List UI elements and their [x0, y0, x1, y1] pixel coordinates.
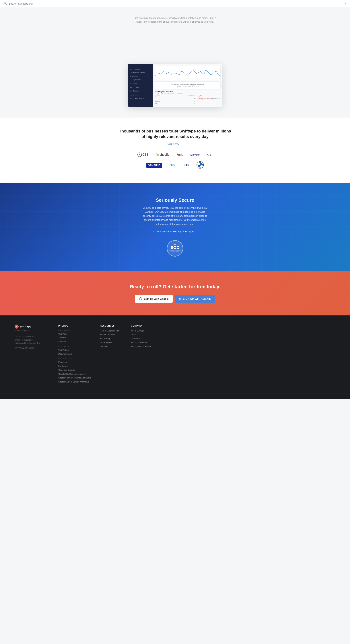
weights-icon: ≡: [130, 75, 131, 77]
cbs-circle: 👁: [138, 152, 142, 157]
logo-cbs: 👁 CBS: [138, 152, 148, 157]
footer-product-section3: SOLUTIONS FOR: [58, 358, 91, 360]
learn-why-link[interactable]: Learn why →: [168, 142, 182, 145]
no-data-subtitle: October 1, 2019 — December 29, 2019: [157, 86, 218, 87]
google-icon: [139, 297, 142, 300]
soc-badge: AICPA SOC for Service OrganizationsSAS 7…: [167, 240, 183, 256]
footer-resources-title: Resources: [100, 324, 122, 327]
bmw-logo-svg: BMW: [196, 161, 204, 168]
intro-text: Find anything about our product, search …: [131, 16, 219, 24]
cta-buttons: Sign up with Google ✉ SIGN UP With EMAIL: [4, 295, 346, 303]
cta-section: Ready to roll? Get started for free toda…: [0, 271, 350, 316]
sidebar-item-content[interactable]: ▦ Content: [128, 86, 153, 89]
footer-link-publishing[interactable]: Publishing: [58, 365, 91, 368]
elastic-tagline: an Elastic company: [14, 330, 48, 332]
footer-link-status-page[interactable]: Status Page: [100, 337, 122, 340]
mockup-sidebar: CUSTOMIZE 👤 Result Rankings ≡ Weights ↔ …: [128, 64, 153, 106]
popular-title: Most Popular Searches: [155, 91, 220, 93]
footer-link-google-search-appliance[interactable]: Google Search Appliance Alternative: [58, 376, 91, 380]
sidebar-section-interface: INTERFACE: [128, 93, 153, 96]
domains-icon: ◎: [130, 90, 132, 92]
signup-email-button[interactable]: ✉ SIGN UP With EMAIL: [175, 295, 215, 303]
footer-link-search-concepts[interactable]: Search Concepts: [100, 333, 122, 336]
search-bar: 🔍 ×: [0, 0, 350, 7]
footer-link-overview[interactable]: Overview: [58, 332, 91, 336]
footer-link-contact-us[interactable]: Contact Us: [131, 337, 153, 340]
table-right: Insights 14% of all searches (35 of 600)…: [197, 95, 220, 105]
sidebar-section-manage: MANAGE: [128, 82, 153, 86]
sidebar-section-customize: CUSTOMIZE: [128, 67, 153, 71]
footer-link-about-swiftype[interactable]: About Swiftype: [131, 329, 153, 332]
mockup-main: 10/11 10/22 11/4 11/16 11/26 12/10 12/22…: [153, 64, 222, 106]
footer-link-documentation[interactable]: Documentation: [58, 352, 91, 356]
security-bg-pattern: [0, 183, 350, 271]
no-data-title: No recorded autocompletes during this ti…: [157, 84, 218, 86]
footer-link-ecommerce[interactable]: Ecommerce: [58, 361, 91, 364]
logo-samsung: SAMSUNG: [146, 163, 162, 168]
synonyms-icon: ↔: [130, 79, 132, 81]
close-icon[interactable]: ×: [345, 2, 346, 5]
logo-aol: Aol.: [177, 153, 183, 157]
footer-company-title: Company: [131, 324, 153, 327]
result-rankings-icon: 👤: [130, 72, 132, 74]
intro-section: Find anything about our product, search …: [0, 7, 350, 60]
svg-text:BMW: BMW: [199, 165, 202, 166]
dashboard-section: CUSTOMIZE 👤 Result Rankings ≡ Weights ↔ …: [0, 60, 350, 118]
footer: s swiftype an Elastic company ©2024 Elas…: [0, 316, 350, 399]
search-icon: 🔍: [4, 2, 7, 5]
sidebar-item-domains[interactable]: ◎ Domains: [128, 89, 153, 93]
install-search-icon: </>: [130, 98, 132, 99]
footer-link-pricing[interactable]: See Pricing →: [58, 348, 91, 352]
sidebar-item-synonyms[interactable]: ↔ Synonyms: [128, 78, 153, 82]
logo-okta: okta: [170, 164, 175, 167]
footer-product-section2: RESOURCES: [58, 346, 91, 347]
cta-title: Ready to roll? Get started for free toda…: [4, 284, 346, 290]
footer-copyright: ©2024 Elasticsearch, B.V. Swiftype is a …: [14, 335, 48, 350]
footer-link-help-support[interactable]: Help & Support Portal: [100, 329, 122, 332]
sidebar-item-install-search[interactable]: </> Install Search: [128, 96, 153, 100]
footer-link-privacy-statement[interactable]: Privacy Statement: [131, 341, 153, 344]
chart-area: 10/11 10/22 11/4 11/16 11/26 12/10 12/22: [155, 66, 220, 80]
footer-link-webinars[interactable]: Webinars: [100, 345, 122, 348]
security-link[interactable]: Learn more about Security at Swiftype →: [153, 230, 196, 233]
security-section: Seriously Secure Security and data priva…: [0, 183, 350, 271]
footer-link-press[interactable]: Press: [131, 333, 153, 336]
footer-link-customer-support[interactable]: Customer Support: [58, 368, 91, 372]
footer-cols: Product INFORMATION Overview Analytics S…: [58, 324, 336, 384]
table-left: QUERY SEARCHES microsoft 27 samsung IV i…: [155, 95, 196, 105]
logo-bmw: BMW: [196, 161, 204, 169]
content-icon: ▦: [130, 86, 132, 88]
search-input[interactable]: [8, 2, 343, 5]
logos-row-1: 👁 CBS 🛍 shopify Aol. Marketo AT&T: [4, 152, 346, 157]
trust-heading: Thousands of businesses trust Swiftype t…: [4, 128, 346, 140]
footer-link-analytics[interactable]: Analytics: [58, 336, 91, 339]
swiftype-logo: s swiftype: [14, 324, 48, 328]
table-header: QUERY SEARCHES: [155, 95, 196, 97]
logos-row-2: SAMSUNG okta Duke BMW: [4, 161, 346, 169]
table-row: samsung IV: [155, 100, 196, 102]
footer-link-privacy-gdpr-faq[interactable]: Privacy and GDPR FAQ: [131, 345, 153, 348]
logo-marketo: Marketo: [190, 153, 200, 156]
footer-link-google-custom-search[interactable]: Google Custom Search Alternative: [58, 380, 91, 384]
table-row: ice 18: [155, 102, 196, 105]
signup-google-button[interactable]: Sign up with Google: [135, 295, 172, 303]
popular-subtitle: October 1, 2019 — December 29, 2019 (90 …: [155, 93, 220, 94]
logo-duke: Duke: [182, 164, 189, 167]
security-title: Seriously Secure: [4, 197, 346, 203]
logo-att: AT&T: [207, 154, 213, 156]
footer-link-white-papers[interactable]: White Papers: [100, 341, 122, 344]
trust-section: Thousands of businesses trust Swiftype t…: [0, 118, 350, 183]
footer-link-google-site-search[interactable]: Google Site Search Alternative: [58, 372, 91, 376]
security-description: Security and data privacy is at the core…: [140, 206, 210, 226]
sidebar-item-weights[interactable]: ≡ Weights: [128, 74, 153, 78]
insights-title: Insights: [197, 95, 220, 97]
footer-col-company: Company About Swiftype Press Contact Us …: [131, 324, 153, 384]
footer-col-product: Product INFORMATION Overview Analytics S…: [58, 324, 91, 384]
dashboard-mockup: CUSTOMIZE 👤 Result Rankings ≡ Weights ↔ …: [128, 64, 222, 106]
footer-link-security[interactable]: Security: [58, 340, 91, 343]
email-icon: ✉: [179, 298, 182, 300]
footer-col-resources: Resources Help & Support Portal Search C…: [100, 324, 122, 384]
insight-bar: 14% of all searches (35 of 600) returned…: [197, 98, 220, 101]
sidebar-item-result-rankings[interactable]: 👤 Result Rankings: [128, 71, 153, 74]
footer-top: s swiftype an Elastic company ©2024 Elas…: [14, 324, 336, 384]
